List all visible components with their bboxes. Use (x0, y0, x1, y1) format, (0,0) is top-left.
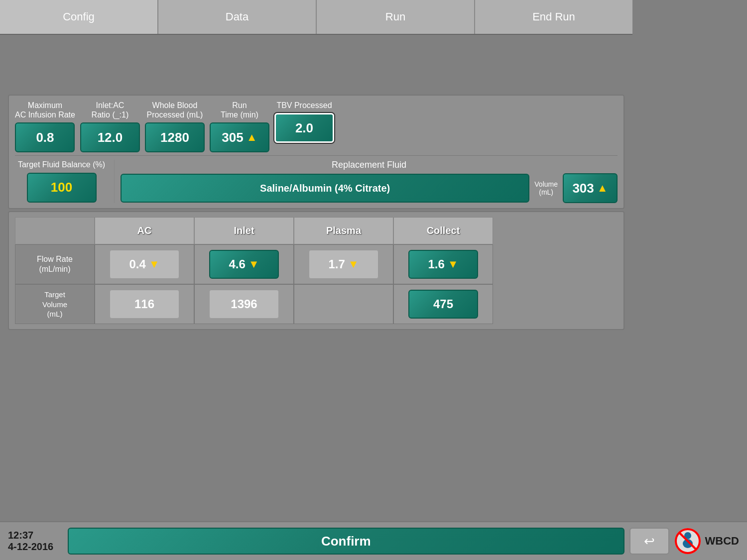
collect-flow-box[interactable]: 1.6 ▼ (408, 250, 478, 279)
run-time-col: RunTime (min) 305 ▲ (210, 101, 269, 152)
replacement-fluid-col: Replacement Fluid Saline/Albumin (4% Cit… (115, 160, 618, 203)
flow-rate-label: Flow Rate(mL/min) (15, 244, 95, 284)
inlet-ac-value-box[interactable]: 12.0 (80, 122, 140, 152)
whole-blood-col: Whole BloodProcessed (mL) 1280 (145, 101, 205, 152)
whole-blood-label: Whole BloodProcessed (mL) (146, 101, 203, 119)
target-fluid-label: Target Fluid Balance (%) (18, 160, 105, 169)
target-fluid-balance-col: Target Fluid Balance (%) 100 (15, 160, 115, 203)
header-spacer (0, 35, 632, 85)
fluid-type-box[interactable]: Saline/Albumin (4% Citrate) (121, 174, 529, 203)
main-area: MaximumAC Infusion Rate 0.8 Inlet:ACRati… (0, 85, 632, 330)
top-navigation: Config Data Run End Run (0, 0, 632, 35)
ac-target-cell: 116 (95, 284, 194, 324)
inlet-target-box[interactable]: 1396 (209, 290, 279, 319)
inlet-flow-down-arrow: ▼ (249, 258, 259, 271)
run-time-up-arrow: ▲ (247, 131, 257, 144)
run-nav-btn[interactable]: Run (317, 0, 475, 34)
whole-blood-value-box[interactable]: 1280 (145, 122, 205, 152)
tbv-value-box[interactable]: 2.0 (274, 113, 334, 143)
collect-flow-cell: 1.6 ▼ (393, 244, 493, 284)
target-fluid-value-box[interactable]: 100 (27, 173, 97, 203)
inlet-flow-cell: 4.6 ▼ (194, 244, 294, 284)
plasma-flow-down-arrow: ▼ (348, 258, 359, 271)
inlet-ac-label: Inlet:ACRatio (_:1) (92, 101, 129, 119)
collect-target-cell: 475 (393, 284, 493, 324)
tbv-label: TBV Processed (276, 101, 332, 110)
collect-target-box[interactable]: 475 (408, 290, 478, 319)
plasma-flow-cell: 1.7 ▼ (294, 244, 393, 284)
volume-label: Volume(mL) (534, 180, 558, 197)
plasma-flow-box[interactable]: 1.7 ▼ (309, 250, 378, 279)
volume-up-arrow: ▲ (597, 182, 608, 195)
flow-empty-header (15, 217, 95, 244)
plasma-target-cell (294, 284, 393, 324)
info-row-2: Target Fluid Balance (%) 100 Replacement… (15, 155, 618, 203)
config-nav-btn[interactable]: Config (0, 0, 158, 34)
data-nav-btn[interactable]: Data (158, 0, 317, 34)
target-vol-label: TargetVolume(mL) (15, 284, 95, 324)
inlet-flow-box[interactable]: 4.6 ▼ (209, 250, 279, 279)
inlet-ac-col: Inlet:ACRatio (_:1) 12.0 (80, 101, 140, 152)
max-ac-col: MaximumAC Infusion Rate 0.8 (15, 101, 75, 152)
replacement-fluid-label: Replacement Fluid (332, 160, 406, 170)
volume-value-box[interactable]: 303 ▲ (563, 173, 618, 203)
flow-ac-header: AC (95, 217, 194, 244)
run-time-value-box[interactable]: 305 ▲ (210, 122, 269, 152)
ac-flow-down-arrow: ▼ (149, 258, 160, 271)
ac-flow-cell: 0.4 ▼ (95, 244, 194, 284)
replacement-fluid-row: Saline/Albumin (4% Citrate) Volume(mL) 3… (121, 173, 618, 203)
ac-flow-box[interactable]: 0.4 ▼ (110, 250, 179, 279)
ac-target-box[interactable]: 116 (110, 290, 179, 319)
run-time-label: RunTime (min) (221, 101, 258, 119)
collect-flow-down-arrow: ▼ (448, 258, 459, 271)
flow-plasma-header: Plasma (294, 217, 393, 244)
flow-inlet-header: Inlet (194, 217, 294, 244)
max-ac-value-box[interactable]: 0.8 (15, 122, 75, 152)
tbv-col: TBV Processed 2.0 (274, 101, 334, 152)
info-panel: MaximumAC Infusion Rate 0.8 Inlet:ACRati… (8, 95, 624, 209)
flow-panel: AC Inlet Plasma Collect Flow Rate(mL/min… (8, 211, 624, 330)
flow-grid: AC Inlet Plasma Collect Flow Rate(mL/min… (15, 217, 618, 324)
info-row-1: MaximumAC Infusion Rate 0.8 Inlet:ACRati… (15, 101, 618, 152)
inlet-target-cell: 1396 (194, 284, 294, 324)
volume-group: Volume(mL) (534, 180, 558, 197)
flow-collect-header: Collect (393, 217, 493, 244)
end-run-nav-btn[interactable]: End Run (475, 0, 632, 34)
max-ac-label: MaximumAC Infusion Rate (15, 101, 75, 119)
